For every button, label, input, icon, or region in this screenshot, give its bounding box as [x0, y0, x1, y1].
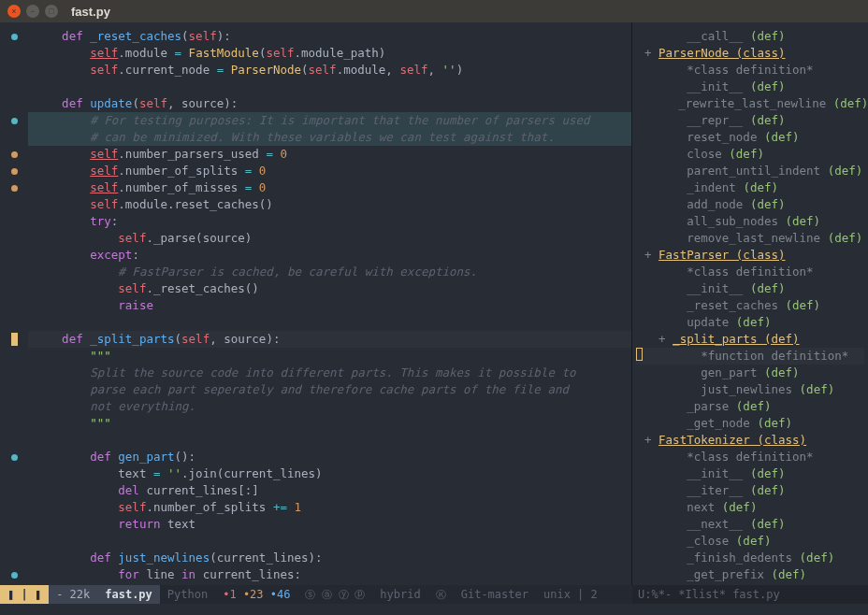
- outline-item[interactable]: __init__ (def): [636, 465, 864, 482]
- code-line[interactable]: def gen_part():: [28, 449, 631, 465]
- statusbar: ❚ | ❚ - 22k fast.py Python •1 •23 •46 ⓢ …: [0, 585, 868, 604]
- outline-item[interactable]: __init__ (def): [636, 280, 864, 297]
- gutter-mark: [0, 482, 28, 499]
- outline-item[interactable]: add_node (def): [636, 196, 864, 213]
- file-name: fast.py: [97, 585, 160, 604]
- minimize-icon[interactable]: −: [26, 5, 39, 18]
- gutter-mark: [0, 95, 28, 112]
- outline-item[interactable]: parent_until_indent (def): [636, 163, 864, 179]
- code-line[interactable]: self.number_of_splits += 1: [28, 499, 631, 516]
- code-line[interactable]: del current_lines[:]: [28, 482, 631, 499]
- language-mode[interactable]: Python: [160, 585, 215, 604]
- outline-item[interactable]: reset_node (def): [636, 129, 864, 146]
- code-line[interactable]: def update(self, source):: [28, 95, 631, 112]
- outline-item[interactable]: just_newlines (def): [636, 381, 864, 398]
- outline-item[interactable]: gen_part (def): [636, 365, 864, 381]
- gutter-mark: [0, 45, 28, 62]
- close-icon[interactable]: ×: [7, 5, 21, 18]
- code-area[interactable]: def _reset_caches(self): self.module = F…: [28, 22, 631, 585]
- outline-item[interactable]: __repr__ (def): [636, 112, 864, 129]
- gutter-mark: [0, 465, 28, 482]
- code-line[interactable]: self.number_of_misses = 0: [28, 179, 631, 196]
- code-line[interactable]: self.number_of_splits = 0: [28, 163, 631, 179]
- gutter-mark: [0, 179, 28, 196]
- bottom-pad: [0, 604, 868, 615]
- code-line[interactable]: try:: [28, 213, 631, 230]
- outline-item[interactable]: __next__ (def): [636, 516, 864, 533]
- code-line[interactable]: not everything.: [28, 398, 631, 415]
- gutter-mark: [0, 365, 28, 381]
- code-line[interactable]: # For testing purposes: It is important …: [28, 112, 631, 129]
- editor-pane[interactable]: def _reset_caches(self): self.module = F…: [0, 22, 632, 585]
- code-line[interactable]: text = ''.join(current_lines): [28, 465, 631, 482]
- gutter-mark: [0, 280, 28, 297]
- code-line[interactable]: """: [28, 415, 631, 432]
- outline-item[interactable]: update (def): [636, 314, 864, 331]
- outline-item[interactable]: __iter__ (def): [636, 482, 864, 499]
- gutter-mark: [0, 566, 28, 583]
- outline-item[interactable]: *class definition*: [636, 449, 864, 465]
- gutter-mark: [0, 499, 28, 516]
- gutter-mark: [0, 415, 28, 432]
- outline-item[interactable]: *class definition*: [636, 264, 864, 280]
- gutter-mark: [0, 28, 28, 45]
- gutter-mark: [0, 331, 28, 348]
- outline-sidebar[interactable]: __call__ (def)+ ParserNode (class) *clas…: [632, 22, 868, 585]
- outline-item[interactable]: _get_prefix (def): [636, 566, 864, 583]
- code-line[interactable]: self.module = FastModule(self.module_pat…: [28, 45, 631, 62]
- code-line[interactable]: self._parse(source): [28, 230, 631, 247]
- outline-item[interactable]: _parse (def): [636, 398, 864, 415]
- window-titlebar: × − □ fast.py: [0, 0, 868, 22]
- code-line[interactable]: self.module.reset_caches(): [28, 196, 631, 213]
- code-line[interactable]: raise: [28, 297, 631, 314]
- outline-item[interactable]: *class definition*: [636, 62, 864, 79]
- window-title: fast.py: [71, 5, 110, 19]
- outline-item[interactable]: close (def): [636, 146, 864, 163]
- gutter-mark: [0, 129, 28, 146]
- code-line[interactable]: [28, 314, 631, 331]
- gutter-mark: [0, 297, 28, 314]
- code-line[interactable]: [28, 533, 631, 550]
- k-indicator: Ⓚ: [428, 585, 454, 604]
- code-line[interactable]: def just_newlines(current_lines):: [28, 550, 631, 566]
- code-line[interactable]: return text: [28, 516, 631, 533]
- maximize-icon[interactable]: □: [45, 5, 58, 18]
- code-line[interactable]: Split the source code into different par…: [28, 365, 631, 381]
- code-line[interactable]: # FastParser is cached, be careful with …: [28, 264, 631, 280]
- gutter-mark: [0, 62, 28, 79]
- code-line[interactable]: def _split_parts(self, source):: [28, 331, 631, 348]
- outline-item[interactable]: _finish_dedents (def): [636, 550, 864, 566]
- outline-item[interactable]: _rewrite_last_newline (def): [636, 95, 864, 112]
- code-line[interactable]: except:: [28, 247, 631, 264]
- gutter-mark: [0, 146, 28, 163]
- code-line[interactable]: for line in current_lines:: [28, 566, 631, 583]
- outline-item[interactable]: _indent (def): [636, 179, 864, 196]
- outline-item[interactable]: all_sub_nodes (def): [636, 213, 864, 230]
- outline-heading[interactable]: + ParserNode (class): [636, 45, 864, 62]
- code-line[interactable]: def _reset_caches(self):: [28, 28, 631, 45]
- outline-item[interactable]: __init__ (def): [636, 79, 864, 95]
- outline-heading[interactable]: + FastParser (class): [636, 247, 864, 264]
- code-line[interactable]: self.current_node = ParserNode(self.modu…: [28, 62, 631, 79]
- code-line[interactable]: self._reset_caches(): [28, 280, 631, 297]
- code-line[interactable]: """: [28, 348, 631, 365]
- outline-item[interactable]: *function definition*: [636, 348, 864, 365]
- code-line[interactable]: [28, 432, 631, 449]
- code-line[interactable]: [28, 79, 631, 95]
- statusbar-left: ❚ | ❚ - 22k fast.py Python •1 •23 •46 ⓢ …: [0, 585, 632, 604]
- git-branch[interactable]: Git-master: [454, 585, 536, 604]
- outline-heading[interactable]: + FastTokenizer (class): [636, 432, 864, 449]
- outline-item[interactable]: _reset_caches (def): [636, 297, 864, 314]
- code-line[interactable]: self.number_parsers_used = 0: [28, 146, 631, 163]
- cursor-icon: [636, 348, 643, 361]
- outline-item[interactable]: next (def): [636, 499, 864, 516]
- code-line[interactable]: # can be minimized. With these variables…: [28, 129, 631, 146]
- gutter-mark: [0, 196, 28, 213]
- code-line[interactable]: parse each part seperately and therefore…: [28, 381, 631, 398]
- outline-item[interactable]: __call__ (def): [636, 28, 864, 45]
- outline-item[interactable]: remove_last_newline (def): [636, 230, 864, 247]
- outline-item[interactable]: _close (def): [636, 533, 864, 550]
- outline-item[interactable]: _get_node (def): [636, 415, 864, 432]
- error-counts[interactable]: •1 •23 •46: [215, 585, 297, 604]
- outline-heading[interactable]: + _split_parts (def): [636, 331, 864, 348]
